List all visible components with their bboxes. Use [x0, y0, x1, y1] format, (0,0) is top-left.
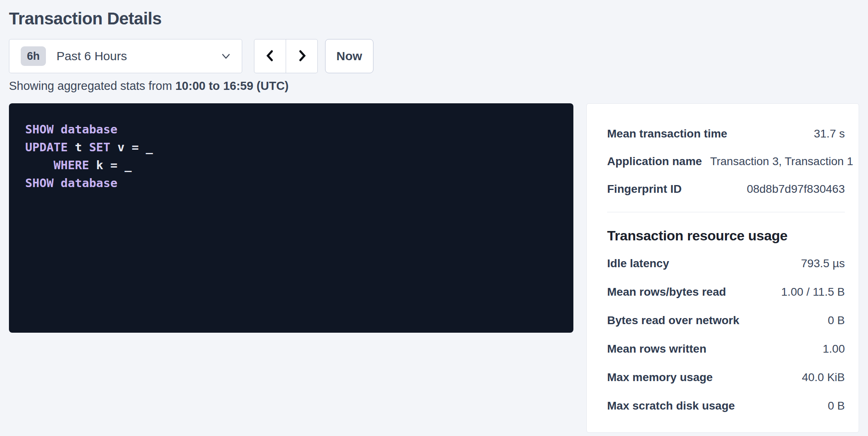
stat-label: Mean rows written [607, 342, 714, 355]
prev-time-range-button[interactable] [254, 39, 286, 73]
stat-row: Bytes read over network0 B [607, 306, 845, 335]
sql-keyword-token: WHERE [54, 158, 89, 172]
stat-value: 31.7 s [814, 127, 845, 140]
page-title: Transaction Details [9, 0, 859, 28]
stat-value: 0 B [828, 399, 845, 412]
transaction-details-page: Transaction Details 6h Past 6 Hours [0, 0, 868, 433]
stat-row: Mean rows written1.00 [607, 335, 845, 363]
sql-text-token: v = _ [111, 140, 153, 154]
stat-row: Fingerprint ID08d8b7d97f830463 [607, 175, 845, 203]
sql-keyword-token: SET [89, 140, 110, 154]
sql-keyword-token: SHOW database [25, 176, 117, 190]
stat-value: 1.00 [823, 342, 845, 355]
sql-keyword-token: SHOW database [25, 122, 117, 136]
stat-label: Fingerprint ID [607, 183, 690, 196]
sql-text-token: t [68, 140, 89, 154]
time-range-label: Past 6 Hours [56, 49, 221, 63]
sql-code-line: WHERE k = _ [25, 156, 557, 174]
sql-code-line: SHOW database [25, 174, 557, 192]
summary-stats: Mean transaction time31.7 sApplication n… [607, 120, 845, 203]
sql-code-line: SHOW database [25, 120, 557, 138]
stat-row: Idle latency793.5 µs [607, 249, 845, 278]
now-button[interactable]: Now [325, 39, 373, 73]
stat-value: Transaction 3, Transaction 1 [710, 155, 853, 168]
sql-keyword-token: UPDATE [25, 140, 68, 154]
time-controls: 6h Past 6 Hours [9, 39, 859, 73]
stat-value: 793.5 µs [801, 257, 845, 270]
stat-label: Bytes read over network [607, 314, 747, 327]
card-divider [607, 212, 845, 212]
stat-row: Max scratch disk usage0 B [607, 392, 845, 420]
next-time-range-button[interactable] [286, 39, 317, 73]
resource-usage-heading: Transaction resource usage [607, 228, 845, 244]
stat-value: 0 B [828, 314, 845, 327]
sql-code-line: UPDATE t SET v = _ [25, 138, 557, 156]
caption-time-range: 10:00 to 16:59 (UTC) [175, 79, 289, 92]
sql-text-token [25, 158, 54, 172]
sql-text-token: k = _ [89, 158, 132, 172]
resource-usage-stats: Idle latency793.5 µsMean rows/bytes read… [607, 249, 845, 420]
content-area: SHOW databaseUPDATE t SET v = _ WHERE k … [9, 103, 859, 433]
stat-row: Application nameTransaction 3, Transacti… [607, 148, 845, 175]
aggregated-stats-caption: Showing aggregated stats from 10:00 to 1… [9, 79, 859, 93]
stat-row: Max memory usage40.0 KiB [607, 363, 845, 392]
chevron-left-icon [264, 49, 277, 63]
caption-prefix: Showing aggregated stats from [9, 79, 175, 92]
stat-label: Application name [607, 155, 710, 168]
stat-label: Max scratch disk usage [607, 399, 743, 412]
stat-row: Mean rows/bytes read1.00 / 11.5 B [607, 278, 845, 306]
chevron-down-icon [221, 51, 231, 61]
time-range-badge: 6h [21, 46, 46, 66]
time-range-dropdown[interactable]: 6h Past 6 Hours [9, 39, 242, 73]
stat-row: Mean transaction time31.7 s [607, 120, 845, 148]
stat-label: Max memory usage [607, 371, 721, 384]
stat-label: Mean transaction time [607, 127, 736, 140]
stat-label: Mean rows/bytes read [607, 286, 734, 299]
chevron-right-icon [295, 49, 308, 63]
stat-value: 1.00 / 11.5 B [781, 286, 845, 299]
transaction-details-card: Mean transaction time31.7 sApplication n… [586, 103, 859, 433]
sql-statement-box: SHOW databaseUPDATE t SET v = _ WHERE k … [9, 103, 573, 333]
time-range-pager [254, 39, 318, 73]
stat-value: 08d8b7d97f830463 [747, 183, 845, 196]
stat-label: Idle latency [607, 257, 677, 270]
stat-value: 40.0 KiB [802, 371, 845, 384]
